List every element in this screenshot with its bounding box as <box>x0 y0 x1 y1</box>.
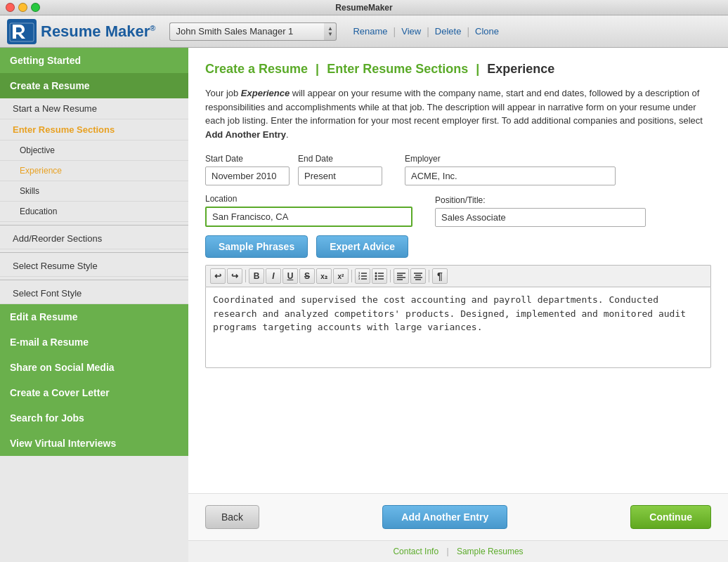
sidebar-item-search-jobs[interactable]: Search for Jobs <box>0 405 188 431</box>
position-label: Position/Title: <box>435 195 646 205</box>
start-date-input[interactable] <box>205 166 290 185</box>
format-button[interactable]: ¶ <box>432 268 448 284</box>
sample-phrases-button[interactable]: Sample Phrases <box>205 235 308 258</box>
logo-area: Resume Maker® <box>7 19 155 44</box>
unordered-list-button[interactable] <box>372 268 387 284</box>
undo-button[interactable]: ↩ <box>210 268 226 284</box>
editor-toolbar: ↩ ↪ B I U S x₂ x² 123 <box>205 265 711 287</box>
sidebar-item-email-resume[interactable]: E-mail a Resume <box>0 329 188 355</box>
employer-label: Employer <box>405 154 616 164</box>
breadcrumb-part3: Experience <box>487 62 554 76</box>
breadcrumb-sep2: | <box>476 62 483 76</box>
contact-info-link[interactable]: Contact Info <box>393 547 438 556</box>
align-left-button[interactable] <box>394 268 409 284</box>
close-button[interactable] <box>6 3 15 12</box>
main-layout: Getting Started Create a Resume Start a … <box>0 48 728 562</box>
sidebar-item-start-new[interactable]: Start a New Resume <box>0 98 188 119</box>
align-center-button[interactable] <box>410 268 426 284</box>
superscript-button[interactable]: x² <box>333 268 349 284</box>
form-row-1: Start Date End Date Employer <box>205 154 711 185</box>
form-row-2: Location Position/Title: <box>205 194 711 227</box>
sidebar-item-education[interactable]: Education <box>0 202 188 222</box>
sidebar-item-experience[interactable]: Experience <box>0 161 188 181</box>
resume-selector[interactable]: ▲ ▼ <box>169 22 337 41</box>
sidebar-item-edit-resume[interactable]: Edit a Resume <box>0 304 188 329</box>
start-date-group: Start Date <box>205 154 290 185</box>
content-inner: Create a Resume | Enter Resume Sections … <box>188 48 728 493</box>
toolbar: Resume Maker® ▲ ▼ Rename | View | Delete… <box>0 15 728 48</box>
sidebar-divider-3 <box>0 280 188 280</box>
delete-button[interactable]: Delete <box>429 23 467 39</box>
redo-button[interactable]: ↪ <box>227 268 242 284</box>
employer-group: Employer <box>405 154 616 185</box>
end-date-group: End Date <box>298 154 382 185</box>
window-chrome: ResumeMaker <box>0 0 728 15</box>
position-group: Position/Title: <box>435 195 646 227</box>
sidebar-item-enter-sections[interactable]: Enter Resume Sections <box>0 119 188 140</box>
rename-button[interactable]: Rename <box>347 23 393 39</box>
end-date-label: End Date <box>298 154 382 164</box>
location-label: Location <box>205 194 412 204</box>
add-another-entry-button[interactable]: Add Another Entry <box>382 505 507 529</box>
ordered-list-button[interactable]: 123 <box>355 268 370 284</box>
window-title: ResumeMaker <box>335 3 392 13</box>
sidebar-item-skills[interactable]: Skills <box>0 181 188 202</box>
back-button[interactable]: Back <box>205 505 259 529</box>
sidebar-divider-1 <box>0 225 188 226</box>
svg-point-11 <box>375 273 377 275</box>
sidebar-item-font-style[interactable]: Select Font Style <box>0 283 188 304</box>
position-input[interactable] <box>435 208 646 227</box>
sample-resumes-link[interactable]: Sample Resumes <box>457 547 524 556</box>
continue-button[interactable]: Continue <box>630 505 711 529</box>
sidebar-divider-2 <box>0 252 188 253</box>
resume-name-input[interactable] <box>169 22 324 41</box>
subscript-button[interactable]: x₂ <box>316 268 332 284</box>
footer-separator: | <box>446 547 450 556</box>
breadcrumb-part1[interactable]: Create a Resume <box>205 62 308 76</box>
svg-point-13 <box>375 278 377 280</box>
sidebar-item-objective[interactable]: Objective <box>0 140 188 161</box>
sidebar-item-create-resume[interactable]: Create a Resume <box>0 73 188 98</box>
sidebar: Getting Started Create a Resume Start a … <box>0 48 188 562</box>
start-date-label: Start Date <box>205 154 290 164</box>
breadcrumb-sep1: | <box>316 62 323 76</box>
sidebar-item-share-social[interactable]: Share on Social Media <box>0 355 188 380</box>
minimize-button[interactable] <box>18 3 27 12</box>
logo-text: Resume Maker® <box>41 22 155 41</box>
italic-button[interactable]: I <box>266 268 281 284</box>
view-button[interactable]: View <box>396 23 427 39</box>
action-buttons: Sample Phrases Expert Advice <box>205 235 711 258</box>
toolbar-actions: Rename | View | Delete | Clone <box>347 23 505 39</box>
clone-button[interactable]: Clone <box>469 23 505 39</box>
experience-description: Your job Experience will appear on your … <box>205 86 711 141</box>
bottom-nav: Back Add Another Entry Continue <box>188 493 728 540</box>
window-controls <box>6 3 40 12</box>
end-date-input[interactable] <box>298 166 382 185</box>
experience-text-editor[interactable]: Coordinated and supervised the cost acco… <box>205 287 711 368</box>
bold-button[interactable]: B <box>249 268 264 284</box>
employer-input[interactable] <box>405 166 616 185</box>
sidebar-item-add-reorder[interactable]: Add/Reorder Sections <box>0 228 188 249</box>
content-area: Create a Resume | Enter Resume Sections … <box>188 48 728 562</box>
svg-text:3: 3 <box>358 277 360 280</box>
breadcrumb: Create a Resume | Enter Resume Sections … <box>205 62 711 77</box>
sidebar-item-resume-style[interactable]: Select Resume Style <box>0 256 188 277</box>
expert-advice-button[interactable]: Expert Advice <box>316 235 408 258</box>
maximize-button[interactable] <box>31 3 40 12</box>
location-group: Location <box>205 194 412 227</box>
underline-button[interactable]: U <box>282 268 298 284</box>
sidebar-item-getting-started[interactable]: Getting Started <box>0 48 188 73</box>
sidebar-item-cover-letter[interactable]: Create a Cover Letter <box>0 380 188 405</box>
location-input[interactable] <box>205 207 412 227</box>
text-editor: ↩ ↪ B I U S x₂ x² 123 <box>205 265 711 370</box>
logo-icon <box>7 19 37 44</box>
sidebar-item-virtual-interviews[interactable]: View Virtual Interviews <box>0 431 188 456</box>
strikethrough-button[interactable]: S <box>299 268 315 284</box>
footer-links: Contact Info | Sample Resumes <box>188 540 728 562</box>
breadcrumb-part2[interactable]: Enter Resume Sections <box>327 62 468 76</box>
svg-point-12 <box>375 275 377 277</box>
resume-dropdown-arrows[interactable]: ▲ ▼ <box>324 22 337 41</box>
